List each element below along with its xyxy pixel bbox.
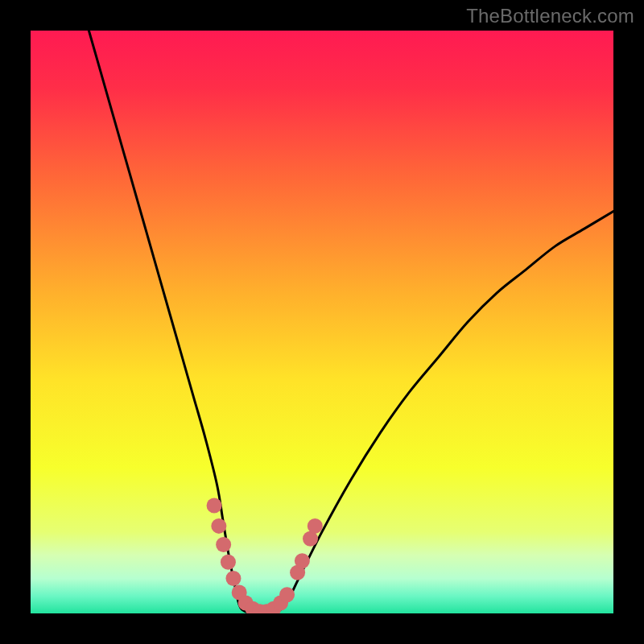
- chart-frame: TheBottleneck.com: [0, 0, 644, 644]
- highlight-marker: [279, 587, 295, 602]
- highlight-markers: [207, 498, 323, 613]
- plot-area: [31, 31, 613, 613]
- highlight-marker: [308, 518, 323, 534]
- highlight-marker: [225, 571, 241, 586]
- watermark-text: TheBottleneck.com: [466, 5, 634, 27]
- highlight-marker: [295, 553, 310, 568]
- highlight-marker: [211, 518, 226, 534]
- curve-layer: [31, 31, 613, 613]
- bottleneck-curve: [89, 31, 613, 613]
- highlight-marker: [216, 537, 231, 552]
- highlight-marker: [221, 555, 236, 570]
- highlight-marker: [207, 498, 222, 514]
